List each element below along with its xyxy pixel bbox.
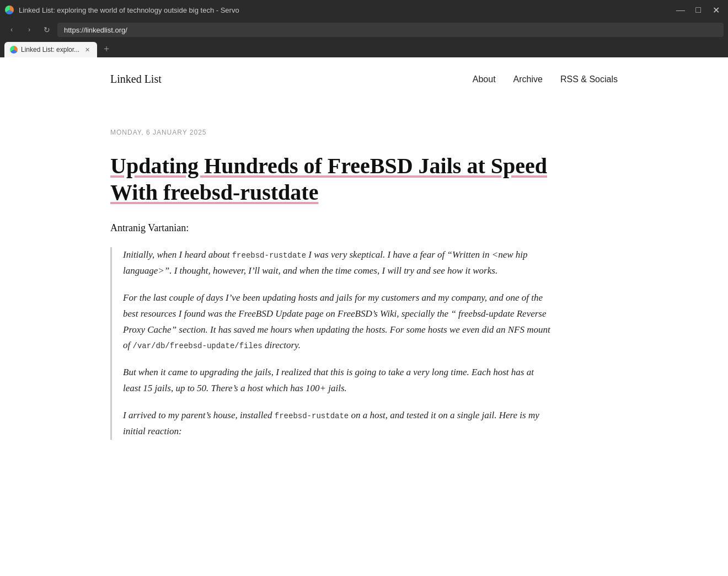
p2-after: directory. <box>263 340 301 350</box>
browser-titlebar: Linked List: exploring the world of tech… <box>0 0 728 20</box>
nav-archive[interactable]: Archive <box>513 74 543 84</box>
servo-icon <box>5 6 14 14</box>
post-blockquote: Initially, when I heard about freebsd-ru… <box>110 247 552 440</box>
minimize-button[interactable]: — <box>673 2 688 18</box>
site-header: Linked List About Archive RSS & Socials <box>0 57 728 101</box>
post-date: MONDAY, 6 JANUARY 2025 <box>110 129 552 136</box>
site-nav: About Archive RSS & Socials <box>473 74 618 84</box>
p1-code: freebsd-rustdate <box>232 251 306 260</box>
main-content: MONDAY, 6 JANUARY 2025 Updating Hundreds… <box>0 129 662 440</box>
nav-rss[interactable]: RSS & Socials <box>560 74 618 84</box>
blockquote-paragraph-3: But when it came to upgrading the jails,… <box>123 365 552 397</box>
p2-code: /var/db/freebsd-update/files <box>132 342 262 350</box>
forward-button[interactable]: › <box>22 23 36 37</box>
new-tab-button[interactable]: + <box>99 42 114 56</box>
p4-code: freebsd-rustdate <box>275 412 349 420</box>
post-title: Updating Hundreds of FreeBSD Jails at Sp… <box>110 153 552 206</box>
browser-favicon <box>4 5 14 15</box>
browser-controls: — □ ✕ <box>673 2 724 18</box>
browser-nav-bar: ‹ › ↻ https://linkedlist.org/ <box>0 20 728 40</box>
p4-before: I arrived to my parent’s house, installe… <box>123 410 275 420</box>
p1-before-code: Initially, when I heard about <box>123 249 232 260</box>
back-button[interactable]: ‹ <box>4 23 19 37</box>
maximize-button[interactable]: □ <box>690 2 706 18</box>
tab-favicon <box>10 46 18 54</box>
browser-chrome: Linked List: exploring the world of tech… <box>0 0 728 57</box>
close-button[interactable]: ✕ <box>708 2 724 18</box>
blockquote-paragraph-2: For the last couple of days I’ve been up… <box>123 290 552 354</box>
reload-button[interactable]: ↻ <box>40 23 54 37</box>
blockquote-paragraph-4: I arrived to my parent’s house, installe… <box>123 408 552 440</box>
site-logo[interactable]: Linked List <box>110 73 162 86</box>
browser-title: Linked List: exploring the world of tech… <box>19 6 668 14</box>
blockquote-paragraph-1: Initially, when I heard about freebsd-ru… <box>123 247 552 279</box>
address-bar[interactable]: https://linkedlist.org/ <box>57 23 724 37</box>
post-author: Antranig Vartanian: <box>110 222 552 234</box>
browser-tabs: Linked List: explor... ✕ + <box>0 40 728 57</box>
website-content: Linked List About Archive RSS & Socials … <box>0 57 728 576</box>
p3-text: But when it came to upgrading the jails,… <box>123 367 534 393</box>
tab-close-button[interactable]: ✕ <box>83 45 92 54</box>
nav-about[interactable]: About <box>473 74 496 84</box>
tab-label: Linked List: explor... <box>21 46 79 54</box>
active-tab[interactable]: Linked List: explor... ✕ <box>4 42 97 57</box>
